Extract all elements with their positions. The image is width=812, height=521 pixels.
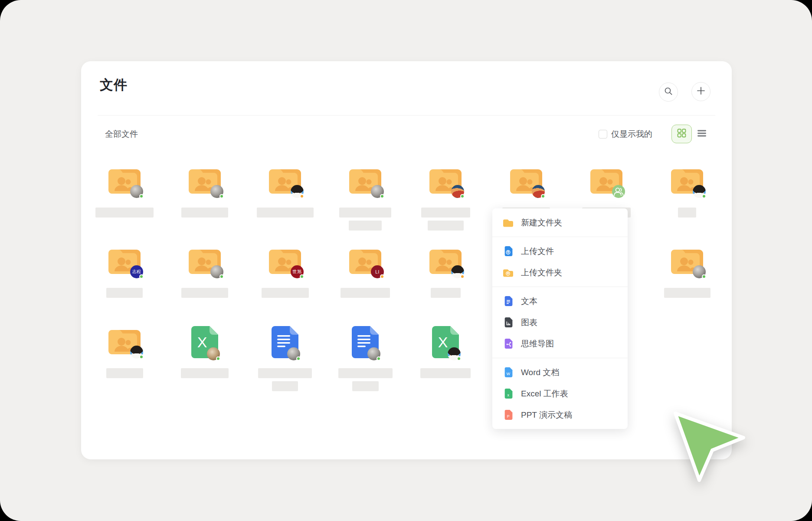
file-mind-icon [503, 338, 514, 349]
menu-item-file-word[interactable]: W Word 文档 [492, 362, 628, 383]
file-name-placeholder [106, 368, 143, 378]
only-mine-label: 仅显示我的 [611, 129, 652, 140]
shared-folder-icon [327, 167, 403, 198]
list-view-button[interactable] [697, 129, 707, 139]
file-name-placeholder [258, 368, 312, 378]
file-card[interactable] [247, 328, 323, 359]
status-dot-green [377, 356, 381, 361]
menu-item-file-chart[interactable]: 图表 [492, 312, 628, 333]
file-card[interactable] [247, 167, 323, 198]
tab-all-files[interactable]: 全部文件 [105, 129, 138, 140]
file-card[interactable] [649, 247, 725, 279]
menu-item-file-mind[interactable]: 思维导图 [492, 333, 628, 354]
file-name-placeholder [341, 288, 390, 298]
file-card[interactable] [327, 167, 403, 198]
context-menu-group: 新建文件夹 [492, 208, 628, 237]
menu-item-label: 新建文件夹 [521, 217, 562, 228]
status-dot-green [219, 274, 224, 279]
svg-text:x: x [507, 393, 509, 397]
file-name-placeholder [181, 288, 228, 298]
sheet-icon: X [408, 328, 483, 359]
file-card[interactable] [408, 167, 483, 198]
folder-new-icon [503, 217, 514, 228]
file-name-placeholder [421, 208, 470, 218]
file-card[interactable] [167, 167, 242, 198]
add-button[interactable] [691, 82, 710, 101]
stage: 文件 全部文件 仅显示我 [0, 0, 812, 521]
menu-item-label: PPT 演示文稿 [521, 409, 572, 421]
file-card[interactable]: X [408, 328, 483, 359]
shared-folder-icon: 世旭 [247, 247, 323, 279]
file-name-placeholder [428, 221, 464, 231]
file-name-placeholder [181, 368, 229, 378]
svg-text:P: P [507, 414, 509, 419]
context-menu-group: 文本 图表 思维导图 [492, 287, 628, 358]
file-card[interactable] [408, 247, 483, 279]
file-card[interactable] [569, 167, 644, 198]
file-card[interactable] [167, 247, 242, 279]
shared-folder-icon [569, 167, 644, 198]
status-dot-green [216, 356, 220, 361]
menu-item-label: Word 文档 [521, 367, 559, 378]
file-card[interactable]: LI [327, 247, 403, 279]
file-card[interactable] [87, 328, 162, 359]
menu-item-file-excel[interactable]: x Excel 工作表 [492, 383, 628, 404]
shared-folder-icon: 志程 [87, 247, 162, 279]
shared-folder-icon [87, 167, 162, 198]
menu-item-label: 思维导图 [521, 338, 554, 350]
file-card[interactable] [488, 167, 564, 198]
grid-view-icon [677, 128, 687, 140]
file-card[interactable]: 世旭 [247, 247, 323, 279]
file-card[interactable] [87, 167, 162, 198]
menu-item-label: 上传文件夹 [521, 267, 562, 278]
context-menu: 新建文件夹 上传文件 上传文件夹 文本 图表 [492, 208, 628, 429]
status-dot-green [702, 194, 706, 198]
file-name-placeholder [262, 288, 309, 298]
menu-item-file-text[interactable]: 文本 [492, 290, 628, 312]
menu-item-label: 上传文件 [521, 246, 554, 257]
plus-icon [696, 86, 706, 97]
page-title: 文件 [100, 76, 128, 94]
file-name-placeholder [106, 288, 143, 298]
file-name-placeholder [352, 381, 379, 391]
status-dot-green [702, 274, 706, 279]
grid-view-button[interactable] [671, 125, 692, 143]
shared-folder-icon [167, 167, 242, 198]
menu-item-folder-new[interactable]: 新建文件夹 [492, 212, 628, 233]
shared-folder-icon [488, 167, 564, 198]
status-dot-orange [300, 194, 304, 198]
status-dot-orange [460, 274, 465, 279]
only-mine-toggle[interactable]: 仅显示我的 [599, 129, 652, 140]
menu-item-file-ppt[interactable]: P PPT 演示文稿 [492, 404, 628, 425]
file-name-placeholder [678, 208, 696, 218]
shared-folder-icon: LI [327, 247, 403, 279]
status-dot-green [541, 194, 545, 198]
file-card[interactable] [327, 328, 403, 359]
shared-folder-icon [649, 247, 725, 279]
status-dot-green [296, 356, 301, 361]
file-name-placeholder [272, 381, 298, 391]
shared-folder-icon [167, 247, 242, 279]
search-button[interactable] [659, 82, 678, 102]
file-excel-icon: x [503, 388, 514, 399]
file-card[interactable]: 志程 [87, 247, 162, 279]
file-chart-icon [503, 317, 514, 328]
shared-folder-icon [408, 167, 483, 198]
status-dot-green [460, 194, 465, 198]
file-card[interactable] [649, 167, 725, 198]
context-menu-group: W Word 文档 x Excel 工作表 P PPT 演示文稿 [492, 358, 628, 429]
file-name-placeholder [339, 208, 391, 218]
member-avatar [612, 185, 625, 198]
shared-folder-icon [247, 167, 323, 198]
file-name-placeholder [664, 288, 710, 298]
file-card[interactable]: X [167, 328, 242, 359]
menu-item-file-upload[interactable]: 上传文件 [492, 241, 628, 262]
status-dot-green [139, 274, 144, 279]
doc-icon [327, 328, 403, 359]
svg-text:W: W [506, 372, 510, 376]
file-name-placeholder [338, 368, 393, 378]
menu-item-folder-upload[interactable]: 上传文件夹 [492, 262, 628, 283]
file-upload-icon [503, 246, 514, 257]
only-mine-checkbox[interactable] [599, 130, 607, 138]
folder-upload-icon [503, 267, 514, 278]
